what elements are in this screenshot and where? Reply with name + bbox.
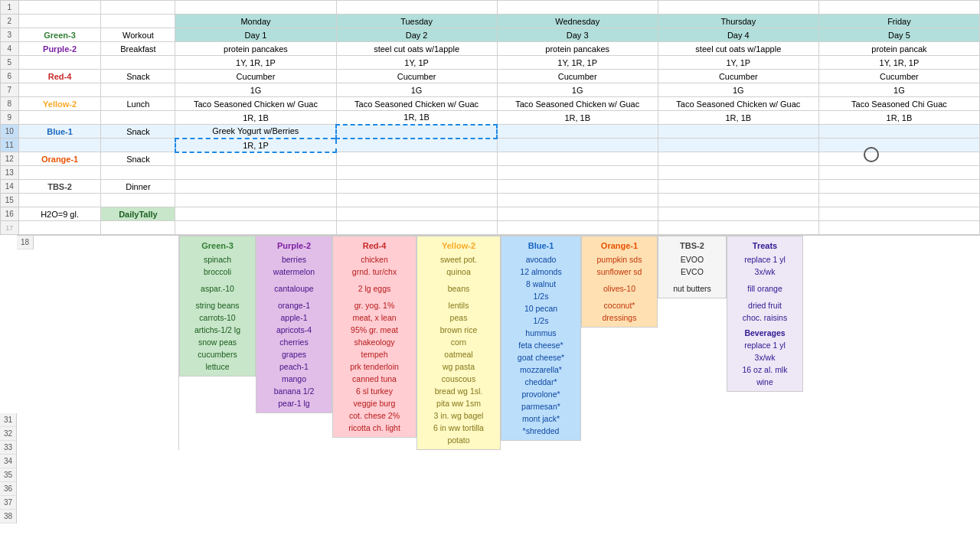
day4-header[interactable]: Day 4 <box>658 28 818 42</box>
cell-c10[interactable]: Greek Yogurt w/Berries <box>175 125 336 139</box>
cell[interactable] <box>497 207 658 221</box>
tuesday-header[interactable]: Tuesday <box>336 15 497 28</box>
cell[interactable] <box>101 15 175 28</box>
cell[interactable] <box>658 194 818 207</box>
workout-label[interactable]: Workout <box>101 28 175 42</box>
cell[interactable] <box>175 207 336 221</box>
cell[interactable] <box>818 1 979 15</box>
cell-d7[interactable]: 1G <box>336 83 497 97</box>
cell-c8[interactable]: Taco Seasoned Chicken w/ Guac <box>175 97 336 111</box>
cell-g9[interactable]: 1R, 1B <box>818 111 979 125</box>
cell-e5[interactable]: 1Y, 1R, 1P <box>497 56 658 70</box>
cell[interactable] <box>18 1 101 15</box>
blue1-label[interactable]: Blue-1 <box>18 125 101 139</box>
day5-header[interactable]: Day 5 <box>818 28 979 42</box>
day2-header[interactable]: Day 2 <box>336 28 497 42</box>
cell[interactable] <box>18 194 101 207</box>
cell-f7[interactable]: 1G <box>658 83 818 97</box>
cell-d11[interactable] <box>336 139 497 152</box>
cell[interactable] <box>497 221 658 235</box>
cell[interactable] <box>818 207 979 221</box>
cell-e6[interactable]: Cucumber <box>497 70 658 83</box>
cell-f5[interactable]: 1Y, 1P <box>658 56 818 70</box>
cell-c5[interactable]: 1Y, 1R, 1P <box>175 56 336 70</box>
thursday-header[interactable]: Thursday <box>658 15 818 28</box>
orange1-label[interactable]: Orange-1 <box>18 152 101 166</box>
cell-f6[interactable]: Cucumber <box>658 70 818 83</box>
cell-c9[interactable]: 1R, 1B <box>175 111 336 125</box>
day1-header[interactable]: Day 1 <box>175 28 336 42</box>
cell-c11[interactable]: 1R, 1P <box>175 139 336 152</box>
cell-e7[interactable]: 1G <box>497 83 658 97</box>
cell[interactable] <box>497 180 658 194</box>
cell-e8[interactable]: Taco Seasoned Chicken w/ Guac <box>497 97 658 111</box>
cell-d5[interactable]: 1Y, 1P <box>336 56 497 70</box>
cell[interactable] <box>18 15 101 28</box>
cell-f11[interactable] <box>658 139 818 152</box>
green3-label[interactable]: Green-3 <box>18 28 101 42</box>
cell-g7[interactable]: 1G <box>818 83 979 97</box>
cell[interactable] <box>101 166 175 180</box>
cell[interactable] <box>818 166 979 180</box>
cell[interactable] <box>175 194 336 207</box>
cell[interactable] <box>18 83 101 97</box>
cell-c6[interactable]: Cucumber <box>175 70 336 83</box>
cell-e10[interactable] <box>497 125 658 139</box>
cell-d10-selected[interactable] <box>336 125 497 139</box>
cell[interactable] <box>101 111 175 125</box>
snack2-label[interactable]: Snack <box>101 125 175 139</box>
cell-f9[interactable]: 1R, 1B <box>658 111 818 125</box>
breakfast-label[interactable]: Breakfast <box>101 42 175 56</box>
cell-d8[interactable]: Taco Seasoned Chicken w/ Guac <box>336 97 497 111</box>
cell-g8[interactable]: Taco Seasoned Chi Guac <box>818 97 979 111</box>
cell[interactable] <box>336 166 497 180</box>
cell[interactable] <box>101 221 175 235</box>
yellow2-label[interactable]: Yellow-2 <box>18 97 101 111</box>
cell[interactable] <box>658 1 818 15</box>
cell[interactable] <box>175 221 336 235</box>
purple2-label[interactable]: Purple-2 <box>18 42 101 56</box>
cell[interactable] <box>497 166 658 180</box>
lunch-label[interactable]: Lunch <box>101 97 175 111</box>
cell[interactable] <box>658 221 818 235</box>
cell-e11[interactable] <box>497 139 658 152</box>
cell-e12[interactable] <box>497 152 658 166</box>
friday-header[interactable]: Friday <box>818 15 979 28</box>
cell-d4[interactable]: steel cut oats w/1apple <box>336 42 497 56</box>
cell[interactable] <box>336 1 497 15</box>
cell-e4[interactable]: protein pancakes <box>497 42 658 56</box>
cell-f8[interactable]: Taco Seasoned Chicken w/ Guac <box>658 97 818 111</box>
cell-d6[interactable]: Cucumber <box>336 70 497 83</box>
cell-g6[interactable]: Cucumber <box>818 70 979 83</box>
cell[interactable] <box>175 1 336 15</box>
cell[interactable] <box>101 194 175 207</box>
wednesday-header[interactable]: Wednesday <box>497 15 658 28</box>
cell-f10[interactable] <box>658 125 818 139</box>
dailytally-label[interactable]: DailyTally <box>101 207 175 221</box>
cell[interactable] <box>336 207 497 221</box>
cell-g5[interactable]: 1Y, 1R, 1P <box>818 56 979 70</box>
cell-g11[interactable] <box>818 139 979 152</box>
cell-c12[interactable] <box>175 152 336 166</box>
cell[interactable] <box>497 194 658 207</box>
cell[interactable] <box>497 1 658 15</box>
cell[interactable] <box>818 221 979 235</box>
cell[interactable] <box>336 180 497 194</box>
cell[interactable] <box>336 221 497 235</box>
cell[interactable] <box>18 56 101 70</box>
cell-f12[interactable] <box>658 152 818 166</box>
cell[interactable] <box>658 207 818 221</box>
red4-label[interactable]: Red-4 <box>18 70 101 83</box>
dinner-label[interactable]: Dinner <box>101 180 175 194</box>
cell[interactable] <box>18 166 101 180</box>
cell-g12[interactable] <box>818 152 979 166</box>
cell[interactable] <box>336 194 497 207</box>
cell[interactable] <box>658 180 818 194</box>
cell[interactable] <box>101 83 175 97</box>
cell[interactable] <box>18 221 101 235</box>
cell[interactable] <box>175 180 336 194</box>
cell-c4[interactable]: protein pancakes <box>175 42 336 56</box>
cell[interactable] <box>18 139 101 152</box>
cell[interactable] <box>101 56 175 70</box>
cell-d9[interactable]: 1R, 1B <box>336 111 497 125</box>
